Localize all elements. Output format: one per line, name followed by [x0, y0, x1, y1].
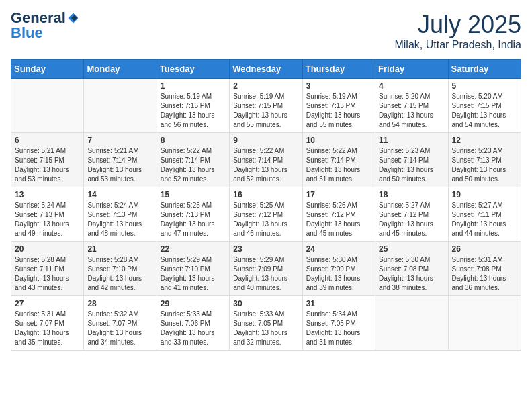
calendar-day-cell: 12Sunrise: 5:23 AMSunset: 7:13 PMDayligh… — [448, 133, 521, 187]
day-number: 8 — [161, 136, 226, 145]
day-content: Sunrise: 5:27 AMSunset: 7:11 PMDaylight:… — [452, 201, 517, 238]
day-number: 23 — [233, 244, 298, 254]
day-content: Sunrise: 5:29 AMSunset: 7:10 PMDaylight:… — [161, 255, 226, 293]
day-content: Sunrise: 5:25 AMSunset: 7:13 PMDaylight:… — [161, 201, 226, 238]
calendar-day-cell: 23Sunrise: 5:29 AMSunset: 7:09 PMDayligh… — [230, 242, 302, 296]
logo-blue-text: Blue — [11, 24, 43, 42]
calendar-week-row: 6Sunrise: 5:21 AMSunset: 7:15 PMDaylight… — [11, 133, 521, 187]
day-number: 7 — [87, 136, 152, 145]
day-number: 20 — [15, 244, 80, 254]
calendar-day-cell: 22Sunrise: 5:29 AMSunset: 7:10 PMDayligh… — [157, 242, 229, 296]
day-of-week-header: Sunday — [11, 60, 84, 79]
calendar-day-cell: 21Sunrise: 5:28 AMSunset: 7:10 PMDayligh… — [84, 242, 157, 296]
calendar-day-cell: 3Sunrise: 5:19 AMSunset: 7:15 PMDaylight… — [302, 79, 375, 133]
day-number: 2 — [233, 81, 298, 91]
calendar-day-cell: 11Sunrise: 5:23 AMSunset: 7:14 PMDayligh… — [375, 133, 448, 187]
day-content: Sunrise: 5:19 AMSunset: 7:15 PMDaylight:… — [233, 92, 298, 130]
calendar-day-cell: 10Sunrise: 5:22 AMSunset: 7:14 PMDayligh… — [302, 133, 375, 187]
calendar-day-cell: 6Sunrise: 5:21 AMSunset: 7:15 PMDaylight… — [11, 133, 84, 187]
calendar-day-cell: 20Sunrise: 5:28 AMSunset: 7:11 PMDayligh… — [11, 242, 84, 296]
title-block: July 2025 Milak, Uttar Pradesh, India — [394, 11, 521, 51]
day-number: 25 — [379, 244, 444, 254]
calendar-day-cell: 27Sunrise: 5:31 AMSunset: 7:07 PMDayligh… — [11, 296, 84, 351]
calendar-day-cell: 2Sunrise: 5:19 AMSunset: 7:15 PMDaylight… — [230, 79, 302, 133]
day-content: Sunrise: 5:24 AMSunset: 7:13 PMDaylight:… — [15, 201, 80, 238]
calendar-day-cell: 29Sunrise: 5:33 AMSunset: 7:06 PMDayligh… — [157, 296, 229, 351]
day-of-week-header: Friday — [375, 60, 448, 79]
day-number: 19 — [452, 190, 517, 199]
day-number: 15 — [161, 190, 226, 199]
calendar-day-cell: 16Sunrise: 5:25 AMSunset: 7:12 PMDayligh… — [230, 187, 302, 242]
day-of-week-header: Thursday — [302, 60, 375, 79]
day-content: Sunrise: 5:25 AMSunset: 7:12 PMDaylight:… — [233, 201, 298, 238]
calendar-day-cell — [375, 296, 448, 351]
day-content: Sunrise: 5:33 AMSunset: 7:06 PMDaylight:… — [161, 310, 226, 347]
logo: General Blue — [11, 11, 79, 42]
day-content: Sunrise: 5:26 AMSunset: 7:12 PMDaylight:… — [306, 201, 371, 238]
day-number: 21 — [87, 244, 152, 254]
page-header: General Blue July 2025 Milak, Uttar Prad… — [11, 11, 521, 51]
calendar-day-cell: 4Sunrise: 5:20 AMSunset: 7:15 PMDaylight… — [375, 79, 448, 133]
calendar-day-cell: 14Sunrise: 5:24 AMSunset: 7:13 PMDayligh… — [84, 187, 157, 242]
calendar-week-row: 20Sunrise: 5:28 AMSunset: 7:11 PMDayligh… — [11, 242, 521, 296]
calendar-day-cell: 13Sunrise: 5:24 AMSunset: 7:13 PMDayligh… — [11, 187, 84, 242]
day-number: 29 — [161, 299, 226, 308]
day-number: 13 — [15, 190, 80, 199]
calendar-header-row: SundayMondayTuesdayWednesdayThursdayFrid… — [11, 60, 521, 79]
calendar-day-cell — [84, 79, 157, 133]
day-content: Sunrise: 5:23 AMSunset: 7:14 PMDaylight:… — [379, 146, 444, 184]
day-number: 18 — [379, 190, 444, 199]
day-number: 6 — [15, 136, 80, 145]
calendar-day-cell: 9Sunrise: 5:22 AMSunset: 7:14 PMDaylight… — [230, 133, 302, 187]
calendar-day-cell: 31Sunrise: 5:34 AMSunset: 7:05 PMDayligh… — [302, 296, 375, 351]
day-content: Sunrise: 5:20 AMSunset: 7:15 PMDaylight:… — [379, 92, 444, 130]
day-content: Sunrise: 5:22 AMSunset: 7:14 PMDaylight:… — [233, 146, 298, 184]
calendar-table: SundayMondayTuesdayWednesdayThursdayFrid… — [11, 59, 521, 351]
day-number: 5 — [452, 81, 517, 91]
day-number: 4 — [379, 81, 444, 91]
calendar-day-cell: 18Sunrise: 5:27 AMSunset: 7:12 PMDayligh… — [375, 187, 448, 242]
day-content: Sunrise: 5:27 AMSunset: 7:12 PMDaylight:… — [379, 201, 444, 238]
day-number: 28 — [87, 299, 152, 308]
logo-icon — [67, 12, 79, 24]
day-content: Sunrise: 5:29 AMSunset: 7:09 PMDaylight:… — [233, 255, 298, 293]
location-title: Milak, Uttar Pradesh, India — [394, 39, 521, 51]
calendar-week-row: 1Sunrise: 5:19 AMSunset: 7:15 PMDaylight… — [11, 79, 521, 133]
calendar-day-cell: 15Sunrise: 5:25 AMSunset: 7:13 PMDayligh… — [157, 187, 229, 242]
logo-general-text: General — [11, 11, 66, 26]
day-content: Sunrise: 5:34 AMSunset: 7:05 PMDaylight:… — [306, 310, 371, 347]
day-content: Sunrise: 5:22 AMSunset: 7:14 PMDaylight:… — [161, 146, 226, 184]
day-of-week-header: Wednesday — [230, 60, 302, 79]
calendar-day-cell: 7Sunrise: 5:21 AMSunset: 7:14 PMDaylight… — [84, 133, 157, 187]
day-number: 1 — [161, 81, 226, 91]
day-content: Sunrise: 5:28 AMSunset: 7:11 PMDaylight:… — [15, 255, 80, 293]
calendar-day-cell: 28Sunrise: 5:32 AMSunset: 7:07 PMDayligh… — [84, 296, 157, 351]
day-number: 9 — [233, 136, 298, 145]
day-content: Sunrise: 5:21 AMSunset: 7:14 PMDaylight:… — [87, 146, 152, 184]
calendar-week-row: 13Sunrise: 5:24 AMSunset: 7:13 PMDayligh… — [11, 187, 521, 242]
calendar-day-cell: 30Sunrise: 5:33 AMSunset: 7:05 PMDayligh… — [230, 296, 302, 351]
day-content: Sunrise: 5:21 AMSunset: 7:15 PMDaylight:… — [15, 146, 80, 184]
day-content: Sunrise: 5:30 AMSunset: 7:08 PMDaylight:… — [379, 255, 444, 293]
calendar-week-row: 27Sunrise: 5:31 AMSunset: 7:07 PMDayligh… — [11, 296, 521, 351]
day-number: 22 — [161, 244, 226, 254]
day-number: 10 — [306, 136, 371, 145]
day-number: 26 — [452, 244, 517, 254]
day-of-week-header: Monday — [84, 60, 157, 79]
day-of-week-header: Saturday — [448, 60, 521, 79]
calendar-day-cell: 5Sunrise: 5:20 AMSunset: 7:15 PMDaylight… — [448, 79, 521, 133]
calendar-day-cell: 26Sunrise: 5:31 AMSunset: 7:08 PMDayligh… — [448, 242, 521, 296]
day-number: 16 — [233, 190, 298, 199]
day-number: 3 — [306, 81, 371, 91]
day-number: 14 — [87, 190, 152, 199]
day-number: 12 — [452, 136, 517, 145]
day-content: Sunrise: 5:30 AMSunset: 7:09 PMDaylight:… — [306, 255, 371, 293]
calendar-day-cell: 19Sunrise: 5:27 AMSunset: 7:11 PMDayligh… — [448, 187, 521, 242]
day-content: Sunrise: 5:31 AMSunset: 7:08 PMDaylight:… — [452, 255, 517, 293]
day-content: Sunrise: 5:33 AMSunset: 7:05 PMDaylight:… — [233, 310, 298, 347]
day-content: Sunrise: 5:19 AMSunset: 7:15 PMDaylight:… — [306, 92, 371, 130]
day-content: Sunrise: 5:20 AMSunset: 7:15 PMDaylight:… — [452, 92, 517, 130]
day-number: 27 — [15, 299, 80, 308]
day-content: Sunrise: 5:23 AMSunset: 7:13 PMDaylight:… — [452, 146, 517, 184]
day-number: 11 — [379, 136, 444, 145]
